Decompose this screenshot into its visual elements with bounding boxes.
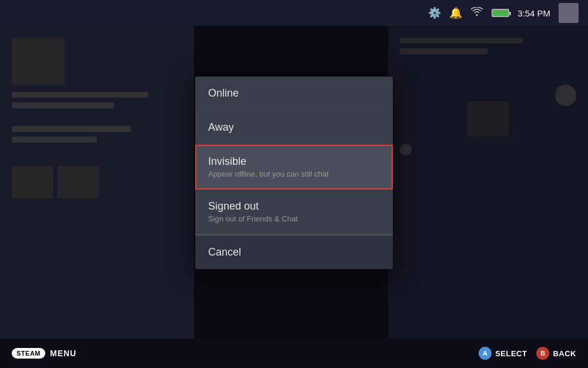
menu-label: MENU [50, 349, 76, 358]
status-menu-dialog: Online Away Invisible Appear offline, bu… [195, 77, 393, 269]
b-button[interactable]: B [536, 347, 549, 360]
status-invisible-option[interactable]: Invisible Appear offline, but you can st… [195, 145, 393, 190]
invisible-subtitle: Appear offline, but you can still chat [208, 170, 380, 178]
steam-menu-group: STEAM MENU [12, 348, 76, 359]
select-button-group[interactable]: A SELECT [479, 347, 527, 360]
select-label: SELECT [495, 349, 527, 358]
back-label: BACK [553, 349, 576, 358]
status-dialog-overlay: Online Away Invisible Appear offline, bu… [0, 0, 588, 368]
back-button-group[interactable]: B BACK [536, 347, 576, 360]
bottom-controls: A SELECT B BACK [479, 347, 576, 360]
signed-out-subtitle: Sign out of Friends & Chat [208, 214, 380, 223]
online-label: Online [208, 87, 239, 99]
away-label: Away [208, 121, 234, 133]
a-button[interactable]: A [479, 347, 492, 360]
invisible-label: Invisible [208, 155, 380, 168]
steam-logo[interactable]: STEAM [12, 348, 45, 359]
bottombar: STEAM MENU A SELECT B BACK [0, 339, 588, 368]
cancel-label: Cancel [208, 246, 241, 258]
status-signed-out-option[interactable]: Signed out Sign out of Friends & Chat [195, 190, 393, 234]
cancel-option[interactable]: Cancel [195, 236, 393, 269]
status-away-option[interactable]: Away [195, 111, 393, 145]
signed-out-label: Signed out [208, 200, 380, 213]
status-online-option[interactable]: Online [195, 77, 393, 111]
